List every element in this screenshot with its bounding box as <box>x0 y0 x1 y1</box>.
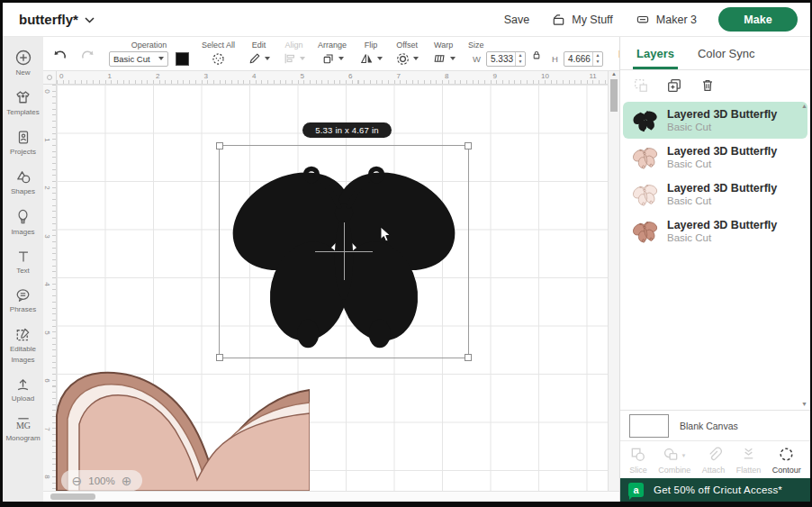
blank-canvas-swatch[interactable] <box>629 414 669 438</box>
group-icon[interactable] <box>633 77 649 94</box>
canvas-vertical-scrollbar[interactable]: ▲ <box>608 71 619 491</box>
trash-icon[interactable] <box>699 77 716 94</box>
tab-color-sync[interactable]: Color Sync <box>698 37 755 69</box>
ruler-number: 0 <box>43 89 51 93</box>
ruler-number: 0 <box>59 72 63 80</box>
panel-tabs: LayersColor Sync <box>620 37 810 70</box>
machine-select[interactable]: Maker 3 <box>635 13 697 26</box>
sidebar-item-shapes[interactable]: Shapes <box>3 163 43 203</box>
layer-actions <box>620 70 810 100</box>
height-input[interactable]: 4.666 ▲▼ <box>564 51 603 67</box>
height-label: H <box>552 54 558 64</box>
flatten-button[interactable]: Flatten <box>736 446 762 475</box>
resize-handle-top-right[interactable] <box>465 142 472 149</box>
select-all-group[interactable]: Select All <box>195 41 241 67</box>
attach-icon <box>705 446 722 465</box>
mouse-cursor <box>380 226 392 243</box>
undo-button[interactable] <box>51 46 68 62</box>
flip-group[interactable]: Flip <box>353 41 389 67</box>
sidebar-item-editable-images[interactable]: EditableImages <box>3 321 43 371</box>
save-button[interactable]: Save <box>504 14 530 26</box>
sidebar-item-upload[interactable]: Upload <box>3 371 43 410</box>
redo-button[interactable] <box>79 46 96 62</box>
list-scroll-up-arrow[interactable]: ▲ <box>801 103 807 109</box>
sidebar-item-images[interactable]: Images <box>3 203 43 243</box>
width-input[interactable]: 5.333 ▲▼ <box>486 51 526 67</box>
offset-icon <box>395 51 411 67</box>
color-swatch[interactable] <box>176 52 189 66</box>
flip-label: Flip <box>365 41 378 50</box>
ruler-number: 4 <box>252 72 256 80</box>
combine-button[interactable]: ▼Combine <box>658 446 690 475</box>
resize-handle-top-left[interactable] <box>216 142 223 149</box>
layer-row[interactable]: Layered 3D ButterflyBasic Cut <box>623 176 807 213</box>
warp-label: Warp <box>434 41 453 50</box>
scrollbar-thumb[interactable] <box>610 79 618 112</box>
cricut-access-banner[interactable]: a Get 50% off Cricut Access* <box>620 478 810 502</box>
sidebar-item-text[interactable]: Text <box>3 243 43 282</box>
attach-button[interactable]: Attach <box>702 446 726 475</box>
ruler-number: 4 <box>43 282 51 285</box>
machine-icon <box>635 13 651 26</box>
action-label: Flatten <box>736 466 762 475</box>
slice-button[interactable]: Slice <box>629 446 647 475</box>
resize-handle-bottom-right[interactable] <box>465 354 472 361</box>
sidebar-item-templates[interactable]: Templates <box>3 84 43 123</box>
left-sidebar: NewTemplatesProjectsShapesImagesTextPhra… <box>3 37 43 502</box>
ruler-number: 1 <box>108 72 112 80</box>
warp-group[interactable]: Warp <box>425 41 462 67</box>
zoom-in-button[interactable]: ⊕ <box>122 475 132 487</box>
scrollbar-thumb[interactable] <box>50 493 95 500</box>
design-canvas[interactable]: 01234567891011 012345678 5.33 in x 4.67 … <box>43 71 619 491</box>
ruler-number: 8 <box>445 72 448 80</box>
arrange-label: Arrange <box>318 41 347 50</box>
width-stepper[interactable]: ▲▼ <box>515 52 525 66</box>
layer-row[interactable]: Layered 3D ButterflyBasic Cut <box>623 139 807 176</box>
sidebar-item-label: Templates <box>6 108 39 117</box>
operation-select[interactable]: Basic Cut <box>109 51 168 67</box>
flip-icon <box>359 51 374 66</box>
layer-operation: Basic Cut <box>667 232 777 243</box>
my-stuff-button[interactable]: My Stuff <box>551 13 613 27</box>
save-label: Save <box>504 14 530 26</box>
canvas-horizontal-scrollbar[interactable] <box>43 491 619 502</box>
layer-operation: Basic Cut <box>667 122 777 132</box>
edit-group[interactable]: Edit <box>241 41 276 67</box>
caret-down-icon <box>300 57 305 60</box>
layer-row[interactable]: Layered 3D ButterflyBasic Cut <box>623 102 807 139</box>
lock-icon[interactable] <box>530 49 543 61</box>
project-title[interactable]: butterfly* <box>19 12 95 27</box>
sidebar-item-projects[interactable]: Projects <box>3 123 43 163</box>
layer-name: Layered 3D Butterfly <box>667 219 777 233</box>
sidebar-item-label: Images <box>11 228 34 237</box>
layer-operation: Basic Cut <box>667 158 777 169</box>
zoom-out-button[interactable]: ⊖ <box>72 475 83 487</box>
ruler-number: 2 <box>43 186 51 189</box>
scroll-up-arrow[interactable]: ▲ <box>609 71 619 77</box>
sidebar-item-new[interactable]: New <box>3 43 43 84</box>
ruler-number: 11 <box>590 72 597 80</box>
tab-layers[interactable]: Layers <box>636 37 674 69</box>
layer-row[interactable]: Layered 3D ButterflyBasic Cut <box>623 213 807 249</box>
my-stuff-label: My Stuff <box>572 14 613 26</box>
sidebar-item-label: Images <box>11 356 34 365</box>
ruler-number: 5 <box>301 72 304 80</box>
sidebar-item-monogram[interactable]: MGMonogram <box>3 410 43 449</box>
chevron-down-icon <box>85 17 95 23</box>
list-scroll-down-arrow[interactable]: ▼ <box>801 401 807 407</box>
blank-canvas-label: Blank Canvas <box>680 421 738 431</box>
zoom-control: ⊖ 100% ⊕ <box>61 470 142 491</box>
height-stepper[interactable]: ▲▼ <box>592 52 602 66</box>
blank-canvas-row[interactable]: Blank Canvas <box>620 410 810 440</box>
make-button[interactable]: Make <box>718 7 798 32</box>
offset-group[interactable]: Offset <box>389 41 425 67</box>
contour-button[interactable]: Contour <box>772 446 801 475</box>
duplicate-icon[interactable] <box>666 77 682 94</box>
cricut-access-logo: a <box>628 483 644 497</box>
ruler-number: 5 <box>43 330 51 334</box>
sidebar-item-phrases[interactable]: Phrases <box>3 282 43 321</box>
arrange-group[interactable]: Arrange <box>311 41 353 67</box>
speech-bubble-icon <box>14 287 32 303</box>
resize-handle-bottom-left[interactable] <box>216 354 223 361</box>
action-label: Slice <box>629 466 647 475</box>
